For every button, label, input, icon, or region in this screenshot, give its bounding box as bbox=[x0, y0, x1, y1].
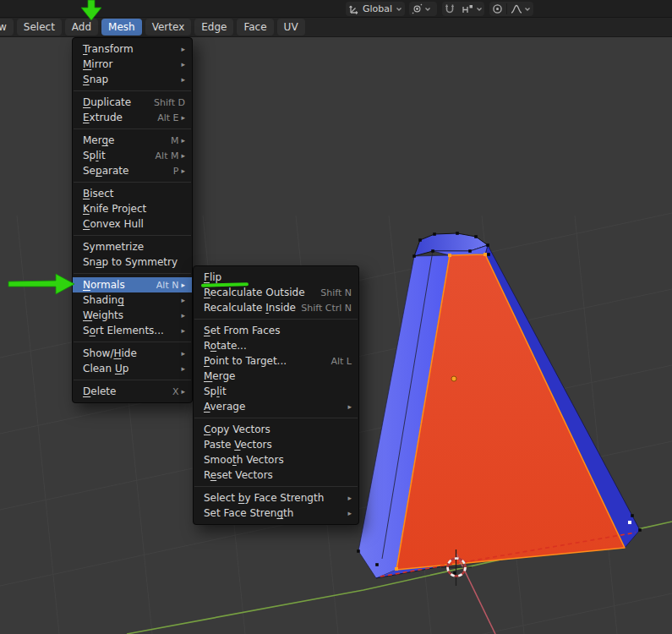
menu-item-separate[interactable]: SeparateP▸ bbox=[73, 163, 192, 178]
menu-item-smooth-vectors[interactable]: Smooth Vectors bbox=[194, 452, 358, 467]
menu-item-label: Average bbox=[204, 401, 245, 413]
menu-item-show-hide[interactable]: Show/Hide▸ bbox=[73, 346, 192, 361]
menu-separator bbox=[194, 418, 358, 418]
menu-item-sort-elements[interactable]: Sort Elements...▸ bbox=[73, 323, 192, 338]
menu-item-meta: ▸ bbox=[178, 297, 185, 304]
menu-item-set-from-faces[interactable]: Set From Faces bbox=[194, 323, 358, 338]
menu-item-duplicate[interactable]: DuplicateShift D bbox=[73, 95, 192, 110]
menu-separator bbox=[74, 235, 191, 236]
menu-item-label: Normals bbox=[83, 279, 125, 291]
menu-item-label: Clean Up bbox=[83, 363, 128, 374]
menu-item-recalculate-inside[interactable]: Recalculate InsideShift Ctrl N bbox=[194, 300, 358, 315]
snap-target-dropdown[interactable] bbox=[462, 3, 474, 15]
submenu-arrow-icon: ▸ bbox=[181, 46, 185, 53]
menubar-item-vertex[interactable]: Vertex bbox=[145, 19, 192, 36]
menu-item-label: Point to Target... bbox=[204, 355, 287, 367]
menu-item-meta: X▸ bbox=[172, 386, 185, 397]
menu-item-copy-vectors[interactable]: Copy Vectors bbox=[194, 422, 358, 437]
proportional-editing-controls bbox=[489, 2, 533, 16]
menu-item-snap[interactable]: Snap▸ bbox=[73, 72, 192, 87]
menu-item-meta: Alt E▸ bbox=[157, 112, 185, 123]
shortcut-text: Alt N bbox=[156, 280, 179, 291]
menu-item-meta: ▸ bbox=[178, 327, 185, 335]
transform-orientation-dropdown[interactable]: Global bbox=[346, 2, 405, 16]
menu-item-paste-vectors[interactable]: Paste Vectors bbox=[194, 437, 358, 452]
menu-item-label: Merge bbox=[204, 370, 235, 382]
menu-item-normals[interactable]: NormalsAlt N▸ bbox=[73, 277, 192, 292]
menu-item-split[interactable]: SplitAlt M▸ bbox=[73, 148, 192, 163]
submenu-arrow-icon: ▸ bbox=[347, 403, 352, 411]
menu-item-merge[interactable]: Merge bbox=[194, 369, 358, 384]
menu-item-extrude[interactable]: ExtrudeAlt E▸ bbox=[73, 110, 192, 125]
menubar-item-edge[interactable]: Edge bbox=[194, 19, 233, 36]
menu-item-mirror[interactable]: Mirror▸ bbox=[73, 57, 192, 72]
menu-item-delete[interactable]: DeleteX▸ bbox=[73, 384, 192, 399]
menu-item-label: Set From Faces bbox=[204, 325, 280, 336]
pivot-point-dropdown[interactable] bbox=[409, 2, 437, 16]
submenu-arrow-icon: ▸ bbox=[181, 137, 185, 145]
shortcut-text: X bbox=[172, 386, 179, 397]
proportional-editing-toggle-icon[interactable] bbox=[492, 3, 503, 15]
normals-submenu: FlipRecalculate OutsideShift NRecalculat… bbox=[193, 265, 359, 525]
mesh-object-pyramid[interactable] bbox=[357, 232, 642, 578]
menubar-item-face[interactable]: Face bbox=[237, 19, 273, 36]
menu-item-clean-up[interactable]: Clean Up▸ bbox=[73, 361, 192, 376]
submenu-arrow-icon: ▸ bbox=[181, 61, 185, 68]
menu-item-average[interactable]: Average▸ bbox=[194, 399, 358, 414]
menu-item-split[interactable]: Split bbox=[194, 384, 358, 399]
menu-item-reset-vectors[interactable]: Reset Vectors bbox=[194, 467, 358, 483]
menu-item-knife-project[interactable]: Knife Project bbox=[73, 201, 192, 216]
menu-item-transform[interactable]: Transform▸ bbox=[73, 41, 192, 57]
menu-item-set-face-strength[interactable]: Set Face Strength▸ bbox=[194, 506, 358, 521]
menu-item-label: Convex Hull bbox=[83, 218, 144, 230]
menubar-item-select[interactable]: Select bbox=[17, 19, 62, 36]
menu-item-weights[interactable]: Weights▸ bbox=[73, 308, 192, 323]
menu-item-meta: Shift N bbox=[320, 287, 352, 298]
menu-item-label: Show/Hide bbox=[83, 347, 137, 359]
submenu-arrow-icon: ▸ bbox=[181, 167, 185, 175]
submenu-arrow-icon: ▸ bbox=[347, 510, 352, 517]
menu-item-point-to-target[interactable]: Point to Target...Alt L bbox=[194, 353, 358, 369]
menubar-item-w[interactable]: w bbox=[0, 19, 14, 36]
falloff-curve-icon[interactable] bbox=[511, 3, 522, 15]
submenu-arrow-icon: ▸ bbox=[181, 152, 185, 160]
viewport-header-menubar: wSelectAddMeshVertexEdgeFaceUV bbox=[0, 18, 672, 37]
snap-magnet-icon[interactable] bbox=[445, 3, 455, 15]
submenu-arrow-icon: ▸ bbox=[347, 495, 352, 502]
menu-separator bbox=[74, 273, 191, 274]
menu-item-label: Separate bbox=[83, 165, 128, 177]
menu-item-select-by-face-strength[interactable]: Select by Face Strength▸ bbox=[194, 490, 358, 506]
menu-separator bbox=[194, 486, 358, 487]
menubar-item-uv[interactable]: UV bbox=[277, 19, 305, 36]
chevron-down-icon bbox=[524, 3, 531, 15]
menu-separator bbox=[74, 182, 191, 183]
menu-item-meta: ▸ bbox=[345, 403, 352, 411]
menu-separator bbox=[74, 90, 191, 91]
menubar-item-mesh[interactable]: Mesh bbox=[101, 19, 142, 36]
menu-item-meta: Alt L bbox=[331, 356, 352, 367]
menu-item-snap-to-symmetry[interactable]: Snap to Symmetry bbox=[73, 254, 192, 270]
menu-item-label: Smooth Vectors bbox=[204, 454, 284, 466]
shortcut-text: Shift N bbox=[320, 287, 352, 298]
menu-separator bbox=[74, 380, 191, 380]
menu-item-shading[interactable]: Shading▸ bbox=[73, 292, 192, 308]
submenu-arrow-icon: ▸ bbox=[181, 312, 185, 320]
menu-item-meta: Alt N▸ bbox=[156, 280, 185, 291]
menu-item-label: Shading bbox=[83, 294, 124, 306]
submenu-arrow-icon: ▸ bbox=[181, 114, 185, 122]
menu-item-label: Symmetrize bbox=[83, 241, 144, 253]
menu-item-convex-hull[interactable]: Convex Hull bbox=[73, 216, 192, 232]
menubar-item-add[interactable]: Add bbox=[65, 19, 98, 36]
menu-item-label: Recalculate Outside bbox=[204, 287, 305, 298]
shortcut-text: P bbox=[173, 166, 179, 177]
menu-item-bisect[interactable]: Bisect bbox=[73, 186, 192, 201]
menu-item-recalculate-outside[interactable]: Recalculate OutsideShift N bbox=[194, 285, 358, 300]
menu-item-symmetrize[interactable]: Symmetrize bbox=[73, 239, 192, 254]
blender-edit-mode-screen: Global bbox=[0, 0, 672, 634]
menu-item-label: Set Face Strength bbox=[204, 507, 293, 519]
menu-separator bbox=[194, 319, 358, 320]
menu-item-rotate[interactable]: Rotate... bbox=[194, 338, 358, 353]
menu-item-merge[interactable]: MergeM▸ bbox=[73, 133, 192, 148]
menu-item-flip[interactable]: Flip bbox=[194, 270, 358, 285]
menu-item-label: Extrude bbox=[83, 112, 123, 123]
